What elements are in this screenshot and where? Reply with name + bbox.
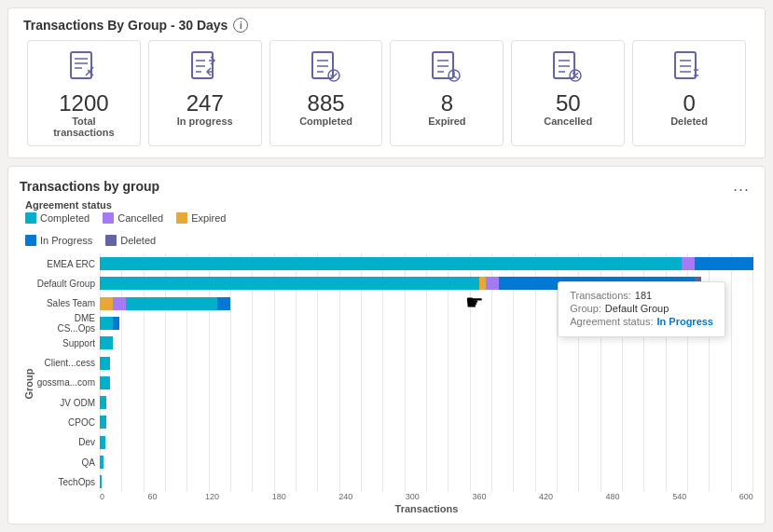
x-tick: 60 xyxy=(148,492,158,501)
group-label-11: TechOps xyxy=(36,477,100,487)
legend-item-2: Expired xyxy=(176,212,226,224)
table-row[interactable]: DME CS...Ops xyxy=(36,314,753,333)
more-button[interactable]: ... xyxy=(729,176,753,196)
bar-container-4 xyxy=(100,336,753,349)
group-label-5: Client...cess xyxy=(36,358,100,368)
x-tick: 360 xyxy=(472,492,486,501)
page-title: Transactions By Group - 30 Days i xyxy=(23,18,750,33)
table-row[interactable]: CPOC xyxy=(36,413,753,431)
stat-completed-number: 885 xyxy=(308,91,345,116)
file-arrows-icon xyxy=(186,48,225,88)
table-row[interactable]: TechOps xyxy=(36,472,753,491)
bar-container-2 xyxy=(100,297,753,310)
table-row[interactable]: Client...cess xyxy=(36,354,753,373)
stats-row: 1200 Totaltransactions 247 In progress 8… xyxy=(23,40,750,146)
group-rows: EMEA ERCDefault GroupSales TeamDME CS...… xyxy=(36,253,753,492)
table-row[interactable]: gossma...com xyxy=(36,374,753,392)
bar-segment-2-2 xyxy=(126,297,217,310)
svg-rect-4 xyxy=(433,52,453,78)
table-row[interactable]: JV ODM xyxy=(36,393,753,412)
file-check-icon xyxy=(307,48,346,88)
legend-dot-3 xyxy=(25,235,36,246)
x-tick: 0 xyxy=(100,492,104,501)
group-label-1: Default Group xyxy=(36,279,100,289)
bar-container-10 xyxy=(100,456,753,469)
legend-item-0: Completed xyxy=(25,212,90,224)
stat-completed[interactable]: 885 Completed xyxy=(269,40,383,146)
x-tick: 420 xyxy=(539,492,553,501)
stat-expired-number: 8 xyxy=(441,91,453,116)
table-row[interactable]: QA xyxy=(36,453,753,471)
bar-container-9 xyxy=(100,436,753,449)
title-text: Transactions By Group - 30 Days xyxy=(23,18,228,33)
svg-rect-8 xyxy=(675,52,696,78)
x-tick: 540 xyxy=(672,492,686,501)
bar-segment-4-0 xyxy=(100,336,113,349)
group-label-2: Sales Team xyxy=(36,298,100,308)
stat-total-label: Totaltransactions xyxy=(53,116,114,138)
x-tick: 300 xyxy=(406,492,420,501)
bar-segment-1-4 xyxy=(695,277,701,290)
stat-inprogress-label: In progress xyxy=(177,116,233,127)
legend-dot-2 xyxy=(176,212,187,224)
stat-inprogress[interactable]: 247 In progress xyxy=(148,40,262,146)
x-tick: 480 xyxy=(606,492,620,501)
stat-deleted-label: Deleted xyxy=(670,116,708,127)
table-row[interactable]: Support xyxy=(36,334,753,352)
bars-and-axes: EMEA ERCDefault GroupSales TeamDME CS...… xyxy=(36,253,753,492)
group-label-9: Dev xyxy=(36,437,100,447)
bar-segment-10-0 xyxy=(100,456,104,469)
legend-title: Agreement status xyxy=(25,199,753,211)
chart-title: Transactions by group xyxy=(20,179,159,194)
group-label-7: JV ODM xyxy=(36,398,100,408)
file-clock-icon xyxy=(427,48,466,88)
table-row[interactable]: Default Group xyxy=(36,274,753,293)
group-label-3: DME CS...Ops xyxy=(36,313,100,334)
stat-cancelled-label: Cancelled xyxy=(544,116,592,127)
stat-deleted[interactable]: 0 Deleted xyxy=(632,40,746,146)
y-axis-label: Group xyxy=(22,369,34,400)
stat-completed-label: Completed xyxy=(299,116,352,127)
bar-container-5 xyxy=(100,357,753,370)
stat-expired[interactable]: 8 Expired xyxy=(390,40,504,146)
legend-dot-4 xyxy=(105,235,117,246)
svg-rect-6 xyxy=(554,52,574,78)
group-label-8: CPOC xyxy=(36,417,100,428)
group-label-10: QA xyxy=(36,457,100,468)
bar-container-1 xyxy=(100,277,753,290)
x-tick: 600 xyxy=(739,492,753,501)
x-axis-label: Transactions xyxy=(100,503,753,514)
bar-segment-3-1 xyxy=(113,317,119,330)
stat-total-number: 1200 xyxy=(59,91,108,116)
table-row[interactable]: EMEA ERC xyxy=(36,254,753,273)
bar-segment-1-2 xyxy=(486,277,499,290)
bar-segment-0-2 xyxy=(695,257,753,270)
bar-segment-11-0 xyxy=(100,475,102,488)
svg-rect-2 xyxy=(312,52,333,78)
legend-dot-0 xyxy=(25,212,36,224)
group-label-4: Support xyxy=(36,338,100,348)
bar-segment-2-3 xyxy=(217,297,230,310)
bar-container-7 xyxy=(100,396,753,409)
bar-container-3 xyxy=(100,317,753,330)
file-lines-icon xyxy=(669,48,709,88)
bar-segment-1-1 xyxy=(479,277,486,290)
chart-area: Group EMEA ERCDefault GroupSales TeamDME… xyxy=(20,253,753,514)
table-row[interactable]: Dev xyxy=(36,433,753,452)
x-tick: 240 xyxy=(338,492,352,501)
table-row[interactable]: Sales Team xyxy=(36,294,753,313)
legend-item-1: Cancelled xyxy=(103,212,163,224)
legend-label-3: In Progress xyxy=(40,235,92,246)
legend-label-0: Completed xyxy=(40,212,90,224)
bar-segment-8-0 xyxy=(100,416,106,429)
legend-item-3: In Progress xyxy=(25,235,92,246)
bar-segment-6-0 xyxy=(100,376,110,389)
legend-dot-1 xyxy=(103,212,114,224)
info-icon[interactable]: i xyxy=(233,18,248,33)
group-label-6: gossma...com xyxy=(36,377,100,388)
x-axis-row: 0204060801001201401601802002202402602803… xyxy=(100,492,753,501)
file-text-icon xyxy=(64,48,104,88)
stat-cancelled[interactable]: 50 Cancelled xyxy=(511,40,625,146)
stat-total[interactable]: 1200 Totaltransactions xyxy=(27,40,141,146)
chart-card: Transactions by group ... Agreement stat… xyxy=(7,166,766,525)
